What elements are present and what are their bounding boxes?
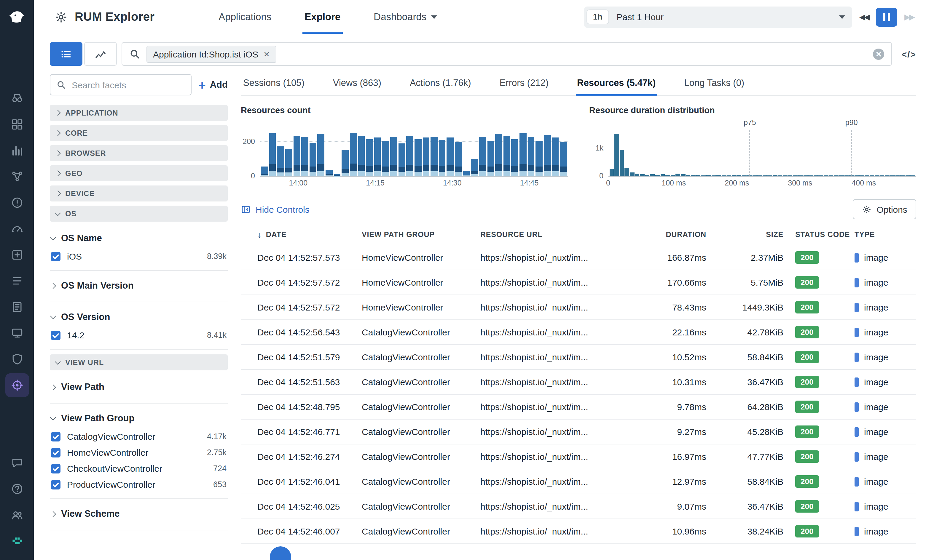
facet-search-input[interactable]: Search facets	[50, 74, 191, 95]
checkbox-checked[interactable]	[51, 330, 60, 340]
datadog-logo[interactable]	[5, 5, 29, 28]
facet-group-title[interactable]: OS Version	[50, 307, 228, 327]
y-axis-tick: 0	[599, 172, 603, 180]
rum-icon[interactable]	[5, 373, 29, 397]
facet-value-row[interactable]: iOS8.39k	[50, 248, 228, 264]
monitors-icon[interactable]	[5, 191, 29, 214]
facet-value-row[interactable]: 14.28.41k	[50, 327, 228, 343]
checkbox-checked[interactable]	[51, 480, 60, 489]
checkbox-checked[interactable]	[51, 432, 60, 441]
column-header-duration[interactable]: DURATION	[641, 230, 711, 238]
users-icon[interactable]	[5, 503, 29, 527]
list-view-button[interactable]	[50, 42, 82, 66]
table-row[interactable]: Dec 04 14:52:46.041CatalogViewController…	[241, 469, 916, 494]
facet-section-browser[interactable]: BROWSER	[50, 145, 228, 161]
facet-group-title[interactable]: View Path	[50, 377, 228, 397]
table-row[interactable]: Dec 04 14:52:51.579CatalogViewController…	[241, 345, 916, 370]
table-row[interactable]: Dec 04 14:52:51.563CatalogViewController…	[241, 370, 916, 395]
apm-icon[interactable]	[5, 217, 29, 241]
table-row[interactable]: Dec 04 14:52:46.007CatalogViewController…	[241, 519, 916, 544]
column-header-view-path-group[interactable]: VIEW PATH GROUP	[362, 230, 480, 238]
facet-group-title[interactable]: View Scheme	[50, 504, 228, 524]
facet-value-row[interactable]: CatalogViewController4.17k	[50, 428, 228, 445]
notebooks-icon[interactable]	[5, 269, 29, 293]
search-filter-chip[interactable]: Application Id:Shop.ist iOS ×	[146, 45, 276, 63]
add-facet-button[interactable]: + Add	[198, 78, 228, 91]
facet-value-row[interactable]: CheckoutViewController724	[50, 460, 228, 477]
resources-count-chart: Resources count 2000 14:0014:1514:3014:4…	[241, 106, 568, 191]
chart-bar	[390, 137, 397, 176]
chevron-down-icon	[431, 15, 437, 18]
clear-search-icon[interactable]: ✕	[873, 48, 885, 60]
chart-bar	[737, 175, 741, 176]
network-icon[interactable]	[5, 165, 29, 188]
chart-bar	[463, 171, 470, 176]
synthetics-icon[interactable]	[5, 321, 29, 345]
column-header-date[interactable]: ↓DATE	[257, 230, 362, 239]
nav-item-dashboards[interactable]: Dashboards	[374, 0, 437, 34]
table-row[interactable]: Dec 04 14:52:46.274CatalogViewController…	[241, 445, 916, 469]
type-indicator-icon	[855, 526, 859, 536]
facet-section-os[interactable]: OS	[50, 206, 228, 222]
chart-bar	[285, 149, 292, 176]
table-row[interactable]: Dec 04 14:52:48.795CatalogViewController…	[241, 395, 916, 420]
facet-section-application[interactable]: APPLICATION	[50, 105, 228, 121]
search-input[interactable]: Application Id:Shop.ist iOS × ✕	[122, 42, 892, 66]
nav-item-label: Applications	[219, 11, 271, 23]
facet-section-label: OS	[65, 209, 77, 218]
watchdog-icon[interactable]	[5, 86, 29, 110]
table-row[interactable]: Dec 04 14:52:57.572HomeViewControllerhtt…	[241, 270, 916, 295]
checkbox-checked[interactable]	[51, 252, 60, 261]
chat-icon[interactable]	[5, 451, 29, 475]
cell-type: image	[855, 427, 914, 437]
nav-item-applications[interactable]: Applications	[219, 0, 271, 34]
security-icon[interactable]	[5, 347, 29, 371]
facet-section-geo[interactable]: GEO	[50, 165, 228, 182]
dashboards-icon[interactable]	[5, 112, 29, 136]
table-row[interactable]: Dec 04 14:52:57.573HomeViewControllerhtt…	[241, 245, 916, 270]
table-row[interactable]: Dec 04 14:52:57.572HomeViewControllerhtt…	[241, 295, 916, 320]
time-range-picker[interactable]: 1h Past 1 Hour	[584, 6, 852, 28]
facet-section-device[interactable]: DEVICE	[50, 186, 228, 202]
facet-group-title[interactable]: View Path Group	[50, 408, 228, 428]
facet-group-title[interactable]: OS Main Version	[50, 275, 228, 296]
fast-forward-button[interactable]: ▶▶	[902, 8, 916, 26]
chip-remove-icon[interactable]: ×	[264, 49, 270, 59]
tab-resources[interactable]: Resources (5.47k)	[576, 72, 657, 95]
logs-icon[interactable]	[5, 295, 29, 319]
column-header-type[interactable]: TYPE	[855, 230, 914, 238]
tab-long[interactable]: Long Tasks (0)	[683, 72, 745, 95]
bits-icon[interactable]	[5, 529, 29, 553]
code-view-icon[interactable]: </>	[902, 49, 916, 59]
tab-errors[interactable]: Errors (212)	[498, 72, 550, 95]
pause-button[interactable]	[876, 8, 897, 26]
rewind-button[interactable]: ◀◀	[857, 8, 871, 26]
table-row[interactable]: Dec 04 14:52:46.025CatalogViewController…	[241, 494, 916, 519]
checkbox-checked[interactable]	[51, 448, 60, 457]
help-icon[interactable]	[5, 477, 29, 501]
integrations-icon[interactable]	[5, 243, 29, 267]
tab-views[interactable]: Views (863)	[332, 72, 382, 95]
sort-desc-icon[interactable]: ↓	[257, 230, 262, 239]
tab-actions[interactable]: Actions (1.76k)	[408, 72, 472, 95]
column-header-size[interactable]: SIZE	[711, 230, 788, 238]
search-row: Application Id:Shop.ist iOS × ✕ </>	[34, 34, 934, 68]
column-header-status-code[interactable]: STATUS CODE	[788, 230, 855, 238]
facet-value-row[interactable]: HomeViewController2.75k	[50, 445, 228, 460]
tab-sessions[interactable]: Sessions (105)	[242, 72, 306, 95]
facet-section-core[interactable]: CORE	[50, 125, 228, 141]
hide-controls-button[interactable]: Hide Controls	[241, 204, 310, 214]
column-header-resource-url[interactable]: RESOURCE URL	[480, 230, 641, 238]
cell-size: 38.24KiB	[711, 526, 788, 536]
facet-value-row[interactable]: ProductViewController653	[50, 477, 228, 492]
timeseries-view-button[interactable]	[84, 42, 117, 66]
checkbox-checked[interactable]	[51, 464, 60, 473]
nav-item-explore[interactable]: Explore	[305, 0, 341, 34]
metrics-icon[interactable]	[5, 138, 29, 162]
table-row[interactable]: Dec 04 14:52:46.771CatalogViewController…	[241, 420, 916, 445]
options-button[interactable]: Options	[853, 199, 916, 219]
table-row[interactable]: Dec 04 14:52:56.543CatalogViewController…	[241, 320, 916, 345]
chart-bar	[696, 175, 701, 176]
facet-group-title[interactable]: OS Name	[50, 228, 228, 248]
facet-section-view-url[interactable]: VIEW URL	[50, 354, 228, 370]
